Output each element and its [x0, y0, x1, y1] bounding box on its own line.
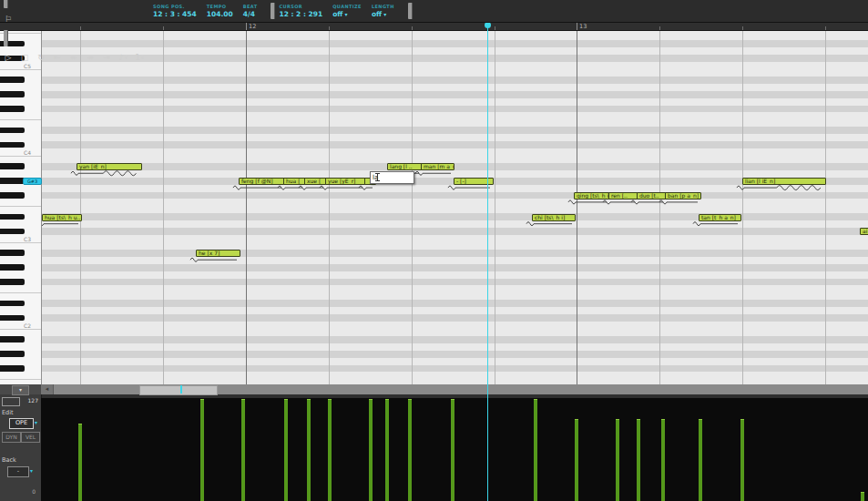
quantize-readout: QUANTIZEoff▾: [332, 4, 362, 18]
panel-collapse-button[interactable]: ▾: [12, 385, 29, 395]
note[interactable]: man [m a_n]: [421, 163, 454, 170]
scrollbar-thumb[interactable]: [139, 385, 218, 395]
go-end-button[interactable]: ⇥: [99, 49, 114, 66]
note[interactable]: tan [t_h a_n]: [699, 214, 741, 221]
note[interactable]: he [x 7]: [196, 250, 240, 257]
note[interactable]: ai: [860, 228, 868, 235]
note[interactable]: chi [ts\_h i]: [532, 214, 576, 221]
toolbar-handle[interactable]: [4, 0, 8, 8]
piano-key-black[interactable]: [0, 142, 25, 148]
grid-row: [41, 199, 868, 206]
piano-key-black[interactable]: [0, 163, 25, 169]
toolbar-handle[interactable]: [408, 3, 413, 19]
dyn-tab-button[interactable]: DYN: [2, 432, 21, 443]
piano-key-black[interactable]: [0, 91, 25, 97]
chevron-down-icon[interactable]: ▾: [383, 11, 386, 17]
note[interactable]: hua [ts\_h u..: [42, 214, 82, 221]
note[interactable]: ban [p a_n]: [665, 192, 701, 199]
track-view-button[interactable]: ⚐: [1, 11, 15, 27]
piano-key-black[interactable]: [0, 264, 25, 271]
velocity-bar[interactable]: [451, 399, 454, 501]
note[interactable]: yue [yE_r]: [325, 178, 366, 185]
note[interactable]: lian [l iE_n]: [742, 178, 826, 185]
velocity-bar[interactable]: [200, 399, 204, 501]
note[interactable]: hua [: [283, 178, 306, 185]
piano-key-black[interactable]: [0, 214, 25, 220]
note-length-button[interactable]: ♪s: [116, 49, 130, 66]
velocity-bar[interactable]: [699, 419, 702, 501]
piano-keyboard[interactable]: C5C4C3C2G#3: [0, 30, 42, 384]
piano-key-black[interactable]: [0, 106, 25, 112]
toolbar-handle[interactable]: [4, 30, 8, 46]
note[interactable]: lang [l ..: [387, 163, 423, 170]
velocity-bar[interactable]: [241, 399, 245, 501]
tool-groups: ↖✎╲∞⚐▷□↻⇤↞↠⇥♪s1s: [0, 0, 148, 68]
velocity-bar[interactable]: [328, 399, 332, 501]
piano-key-black[interactable]: [0, 301, 25, 307]
step-length-button[interactable]: 1s: [132, 49, 147, 66]
quantize-value[interactable]: off▾: [332, 10, 347, 18]
loop-button[interactable]: ↻: [34, 49, 48, 66]
go-start-button[interactable]: ⇤: [50, 49, 65, 66]
grid-row: [41, 91, 868, 98]
velocity-bar[interactable]: [616, 419, 619, 501]
grid-row: [41, 185, 868, 192]
scrollbar-playhead-marker: [180, 385, 182, 394]
velocity-bar[interactable]: [385, 399, 389, 501]
velocity-bar[interactable]: [307, 399, 311, 501]
velocity-bar[interactable]: [534, 399, 537, 501]
tempo-value[interactable]: 104.00: [207, 10, 233, 18]
grid-row: [41, 292, 868, 300]
scroll-left-button[interactable]: ◂: [41, 384, 54, 394]
play-button[interactable]: ▷: [1, 49, 15, 66]
chevron-down-icon[interactable]: ▾: [344, 11, 347, 17]
cursor-value[interactable]: 12 : 2 : 291: [279, 10, 322, 18]
piano-key-black[interactable]: [0, 250, 25, 256]
chevron-down-icon[interactable]: ▾: [35, 419, 37, 425]
piano-key-black[interactable]: [0, 365, 25, 372]
stop-button[interactable]: □: [17, 49, 32, 66]
piano-key-black[interactable]: [0, 77, 25, 83]
velocity-bar[interactable]: [661, 419, 665, 501]
song-pos-value[interactable]: 12 : 3 : 454: [153, 10, 197, 18]
velocity-lane[interactable]: [41, 398, 868, 501]
note[interactable]: feng [f @N]: [239, 178, 285, 185]
rewind-button[interactable]: ↞: [66, 49, 81, 66]
highlighted-key-G#3[interactable]: G#3: [23, 178, 42, 185]
toolbar-handle[interactable]: [271, 3, 275, 19]
velocity-bar[interactable]: [369, 399, 373, 501]
chevron-down-icon[interactable]: ▾: [30, 467, 33, 474]
forward-button[interactable]: ↠: [83, 49, 97, 66]
beat-tick: [412, 26, 413, 30]
velocity-bar[interactable]: [284, 399, 288, 501]
note[interactable]: qing [ts\_h i]: [574, 192, 610, 199]
horizontal-scrollbar[interactable]: ▾ ◂: [0, 384, 868, 394]
note[interactable]: yan [iE_n]: [77, 163, 142, 170]
piano-key-black[interactable]: [0, 192, 25, 199]
grid-row: [41, 257, 868, 264]
velocity-bar[interactable]: [740, 419, 744, 501]
beat-value[interactable]: 4/4: [243, 10, 255, 18]
piano-key-black[interactable]: [0, 279, 25, 285]
note[interactable]: xue [: [304, 178, 327, 185]
vel-tab-button[interactable]: VEL: [21, 432, 40, 443]
velocity-bar[interactable]: [637, 419, 640, 501]
velocity-bar[interactable]: [78, 424, 82, 501]
note[interactable]: duo [t..: [637, 192, 667, 199]
playhead[interactable]: [487, 24, 488, 501]
piano-key-black[interactable]: [0, 336, 25, 343]
song-pos-label: SONG POS.: [153, 4, 185, 9]
velocity-bar[interactable]: [575, 419, 578, 501]
piano-key-black[interactable]: [0, 351, 25, 357]
piano-key-black[interactable]: [0, 128, 25, 134]
piano-key-black[interactable]: [0, 229, 25, 235]
back-mode-select[interactable]: -: [7, 466, 29, 477]
velocity-bar[interactable]: [408, 399, 412, 501]
length-value[interactable]: off▾: [372, 10, 386, 18]
piano-key-black[interactable]: [0, 178, 25, 184]
edit-mode-select[interactable]: OPE: [9, 418, 34, 429]
velocity-bar[interactable]: [861, 492, 864, 501]
note[interactable]: ren [..: [608, 192, 638, 199]
piano-key-black[interactable]: [0, 315, 25, 322]
edit-label: Edit: [2, 409, 14, 416]
